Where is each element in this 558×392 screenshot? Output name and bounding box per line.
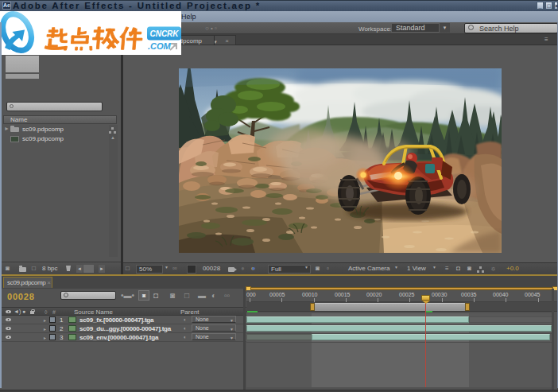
svg-text:.COM: .COM <box>148 41 172 51</box>
svg-text:CNCRK: CNCRK <box>149 29 179 38</box>
